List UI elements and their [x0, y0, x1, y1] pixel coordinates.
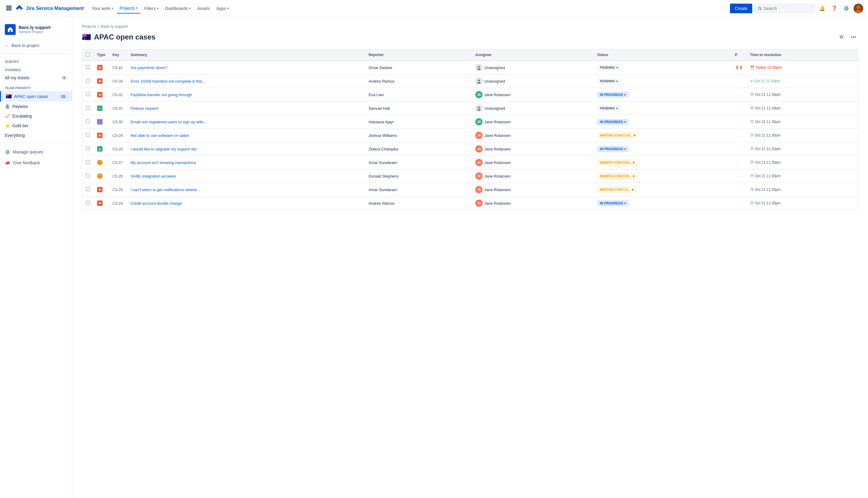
- grid-icon[interactable]: [5, 4, 13, 13]
- breadcrumb-projects[interactable]: Projects: [82, 24, 96, 29]
- assignee-name: Jane Rotansen: [484, 201, 510, 206]
- sidebar-item-escalating[interactable]: 📈 Escalating: [0, 111, 72, 121]
- user-avatar-img: JR: [475, 159, 482, 166]
- reporter-name: Amar Sundaram: [369, 160, 397, 165]
- col-priority-header: P: [732, 50, 747, 61]
- notifications-icon[interactable]: 🔔: [817, 4, 827, 13]
- status-badge[interactable]: WAINTG FOR CUS... ▾: [597, 173, 638, 179]
- star-button[interactable]: [837, 32, 846, 42]
- back-icon: ←: [5, 43, 9, 48]
- assignee-cell: JR Jane Rotansen: [475, 186, 590, 193]
- breadcrumb-sep: /: [98, 24, 99, 29]
- sidebar-item-apac[interactable]: 🇦🇺 APAC open cases 11: [0, 91, 72, 102]
- status-badge[interactable]: PENDING ▾: [597, 105, 620, 111]
- svg-rect-8: [10, 9, 12, 11]
- clock-icon: ⏱: [750, 174, 754, 178]
- breadcrumb-project[interactable]: Banc.ly support: [101, 24, 128, 29]
- sidebar-item-gold-tier[interactable]: ⭐ Gold tier: [0, 121, 72, 131]
- sidebar-item-paywise[interactable]: 🏦 Paywise: [0, 102, 72, 111]
- nav-dashboards[interactable]: Dashboards ▾: [162, 4, 194, 13]
- svg-point-20: [478, 107, 480, 108]
- create-button[interactable]: Create: [730, 4, 752, 13]
- user-avatar[interactable]: [854, 4, 863, 13]
- type-icon-bug: ✖: [97, 65, 103, 70]
- row-checkbox-4[interactable]: [86, 119, 90, 123]
- row-checkbox-1[interactable]: [86, 79, 90, 82]
- row-checkbox-6[interactable]: [86, 146, 90, 150]
- issue-summary[interactable]: PayWise transfer not going through: [131, 93, 192, 97]
- issue-summary[interactable]: Are payments down?: [131, 65, 167, 70]
- col-assignee-header: Assignee: [472, 50, 594, 61]
- project-type: Service Project: [19, 30, 51, 34]
- layout: Banc.ly support Service Project ← Back t…: [0, 17, 868, 217]
- back-to-project[interactable]: ← Back to project: [0, 40, 72, 51]
- issue-summary[interactable]: Error 10208 transfers not complete is th…: [131, 79, 205, 83]
- row-checkbox-9[interactable]: [86, 187, 90, 191]
- status-badge[interactable]: PENDING ▾: [597, 78, 620, 84]
- app-logo[interactable]: Jira Service Management: [15, 4, 84, 13]
- svg-point-16: [478, 66, 480, 68]
- row-checkbox-7[interactable]: [86, 160, 90, 164]
- priority-medium-icon: —: [737, 106, 741, 110]
- issue-summary[interactable]: Credit account double charge: [131, 201, 182, 206]
- feedback-icon: 📣: [5, 160, 10, 165]
- nav-filters[interactable]: Filters ▾: [141, 4, 161, 13]
- chevron-down-icon: ▾: [111, 6, 113, 10]
- issue-summary[interactable]: My account isn't showing transactions: [131, 160, 196, 165]
- status-badge[interactable]: IN PROGRESS ▾: [597, 146, 628, 152]
- clock-icon: ⏱: [750, 133, 754, 137]
- status-badge[interactable]: WAINTG FOR CUS... ▾: [597, 160, 638, 165]
- issue-summary[interactable]: Not able to use software on safari: [131, 133, 189, 138]
- row-checkbox-2[interactable]: [86, 92, 90, 96]
- sidebar-project: Banc.ly support Service Project: [0, 22, 72, 40]
- type-icon-bug: ✖: [97, 133, 103, 138]
- issue-summary[interactable]: Feature request: [131, 106, 158, 110]
- nav-projects[interactable]: Projects ▾: [117, 3, 141, 14]
- table-row: ↔ CS-30 Email non registered users to si…: [82, 115, 858, 129]
- escalating-icon: 📈: [5, 114, 10, 118]
- issue-key: CS-29: [112, 133, 123, 138]
- row-checkbox-8[interactable]: [86, 174, 90, 178]
- search-input[interactable]: [764, 6, 812, 11]
- nav-your-work[interactable]: Your work ▾: [89, 4, 116, 13]
- more-options-button[interactable]: [849, 32, 858, 42]
- issue-summary[interactable]: Email non registered users to sign up wi…: [131, 120, 206, 124]
- status-badge[interactable]: IN PROGRESS ▾: [597, 92, 628, 97]
- issue-key: CS-25: [112, 188, 123, 192]
- help-icon[interactable]: ❓: [829, 4, 839, 13]
- status-badge[interactable]: IN PROGRESS ▾: [597, 119, 628, 124]
- settings-icon[interactable]: ⚙️: [841, 4, 851, 13]
- issue-summary[interactable]: I can't seem to get notifications whene.…: [131, 187, 200, 192]
- type-icon-bug: ✖: [97, 78, 103, 84]
- assignee-cell: JR Jane Rotansen: [475, 199, 590, 207]
- reporter-name: Eva Lien: [369, 93, 384, 97]
- user-avatar-img: JR: [475, 186, 482, 193]
- assignee-name: Jane Rotansen: [484, 120, 510, 124]
- row-checkbox-5[interactable]: [86, 133, 90, 137]
- status-badge[interactable]: IN PROGRESS ▾: [597, 200, 628, 206]
- sidebar-give-feedback[interactable]: 📣 Give feedback: [0, 157, 72, 168]
- sidebar-item-everything[interactable]: Everything: [0, 131, 72, 140]
- row-checkbox-10[interactable]: [86, 201, 90, 205]
- row-checkbox-3[interactable]: [86, 106, 90, 110]
- status-badge[interactable]: WAITING FOR CUS... ▾: [597, 133, 638, 138]
- select-all-checkbox[interactable]: [86, 52, 90, 56]
- status-badge[interactable]: PENDING ▾: [597, 65, 620, 70]
- more-icon: [851, 37, 856, 38]
- issue-key: CS-32: [112, 93, 123, 97]
- assignee-name: Jane Rotansen: [484, 147, 510, 151]
- issue-summary[interactable]: I would like to upgrade my support tier: [131, 147, 197, 151]
- assignee-cell: JR Jane Rotansen: [475, 118, 590, 126]
- type-icon-task: ✓: [97, 105, 103, 111]
- status-badge[interactable]: WAITING FOR CU... ▾: [597, 187, 636, 192]
- search-box[interactable]: [755, 4, 815, 13]
- sidebar-item-all-tickets[interactable]: All my tickets 5: [0, 73, 72, 82]
- sidebar-manage-queues[interactable]: ⚙️ Manage queues: [0, 146, 72, 157]
- row-checkbox-0[interactable]: [86, 65, 90, 69]
- nav-assets[interactable]: Assets: [194, 4, 213, 13]
- assignee-name: Unassigned: [484, 65, 505, 70]
- nav-apps[interactable]: Apps ▾: [213, 4, 232, 13]
- issue-summary[interactable]: SAML integration acceess: [131, 174, 176, 179]
- assignee-cell: Unassigned: [475, 64, 590, 71]
- clock-icon: ⏰: [750, 65, 755, 70]
